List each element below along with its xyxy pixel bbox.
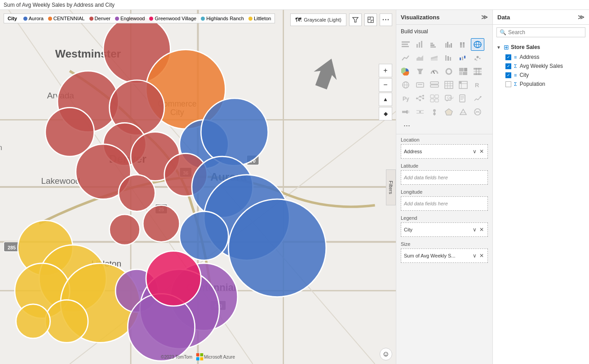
search-input[interactable] [508,29,582,36]
svg-rect-80 [430,44,434,46]
avg-weekly-sales-checkbox[interactable]: ✓ [505,63,511,69]
grayscale-style-button[interactable]: 🗺 Grayscale (Light) [290,13,346,26]
location-field-box[interactable]: Address ∨ ✕ [401,144,488,159]
svg-marker-93 [416,55,423,61]
shape-map-icon[interactable] [442,106,456,118]
filters-tab[interactable]: Filters [386,169,396,205]
svg-point-138 [419,99,421,101]
longitude-field-box[interactable]: Add data fields here [401,196,488,211]
size-expand-btn[interactable]: ∨ [472,252,478,259]
data-search-box[interactable]: 🔍 [496,27,585,37]
legend-dot-centennial [48,17,52,21]
clustered-bar-icon[interactable] [428,38,441,51]
zoom-extent-button[interactable]: ▲ [379,93,392,106]
map-chart-icon[interactable] [471,38,484,51]
location-well: Location Address ∨ ✕ [396,134,492,160]
paginated-icon[interactable] [456,92,470,105]
waterfall-icon[interactable] [456,52,470,64]
avg-weekly-sales-label: Avg Weekly Sales [520,63,563,69]
svg-text:Q&A: Q&A [447,96,453,100]
legend-expand-btn[interactable]: ∨ [472,226,478,233]
legend-remove-btn[interactable]: ✕ [478,226,485,233]
legend-field-box[interactable]: City ∨ ✕ [401,222,488,237]
multi-row-card-icon[interactable] [428,79,441,91]
stacked-bar-icon[interactable] [399,38,412,51]
gauge-icon[interactable] [428,65,441,78]
multi-card-icon[interactable] [428,92,441,105]
svg-rect-111 [459,72,462,75]
matrix2-icon[interactable] [456,79,470,91]
kpi-icon[interactable] [471,92,484,105]
svg-text:Arvada: Arvada [47,91,75,100]
stacked-column-icon[interactable] [456,38,470,51]
more-options-button[interactable]: ··· [380,13,392,26]
data-pane-expand-icon[interactable]: ≫ [578,13,585,21]
population-checkbox[interactable] [505,81,511,87]
line-chart-icon[interactable] [399,52,412,64]
filter-icon-button[interactable] [349,13,362,26]
viz-row-3 [399,65,490,78]
area-chart-icon[interactable] [413,52,427,64]
bullet-chart-icon[interactable] [399,106,412,118]
zoom-in-button[interactable]: + [379,64,392,77]
size-remove-btn[interactable]: ✕ [478,252,485,259]
main-layout: 25 36 70 285 470 Westminster Arvada Denv… [0,10,589,364]
zoom-out-button[interactable]: − [379,78,392,92]
svg-text:Golden: Golden [0,143,2,151]
decomp-tree-icon[interactable] [413,92,427,105]
matrix-icon[interactable] [471,65,484,78]
funnel-icon[interactable] [413,65,427,78]
compass-button[interactable]: ◆ [379,107,392,120]
address-checkbox[interactable]: ✓ [505,54,511,60]
size-label: Size [401,241,488,247]
viz-more-button[interactable]: ··· [399,119,490,132]
viz-pane-header: Visualizations ≫ [396,10,492,25]
scatter-chart-icon[interactable] [471,52,484,64]
svg-point-163 [433,109,436,112]
map-copyright: ©2023 TomTom Microsoft Azure [161,353,235,360]
ribbon-chart-icon[interactable] [442,52,456,64]
latitude-field-box[interactable]: Add data fields here [401,170,488,185]
viz-row-1 [399,38,490,51]
chord-icon[interactable] [471,106,484,118]
visualizations-pane: Visualizations ≫ Build visual [396,10,493,364]
location-expand-btn[interactable]: ∨ [472,148,478,155]
bar-chart-icon[interactable] [413,38,427,51]
r-visual-icon[interactable]: R [471,79,484,91]
viz-type-selector: R Py Q&A [396,36,492,134]
svg-rect-114 [474,71,482,72]
legend-item-denver: Denver [89,16,111,21]
filled-map-icon[interactable] [428,106,441,118]
donut-icon[interactable] [442,65,456,78]
feedback-button[interactable]: ☺ [380,348,392,360]
treemap-icon[interactable] [456,65,470,78]
card-icon[interactable] [413,79,427,91]
legend-actions: ∨ ✕ [472,226,485,233]
azure-map-icon[interactable] [456,106,470,118]
location-remove-btn[interactable]: ✕ [478,148,485,155]
smart-narrative-icon[interactable] [413,106,427,118]
svg-rect-84 [449,44,450,48]
store-sales-header[interactable]: ▼ ⊞ Store Sales [493,42,589,53]
size-field-box[interactable]: Sum of Avg Weekly S... ∨ ✕ [401,249,488,263]
stacked-area-icon[interactable] [428,52,441,64]
clustered-column-icon[interactable] [442,38,456,51]
svg-text:Commerce: Commerce [158,99,197,108]
table-icon[interactable] [442,79,456,91]
field-city[interactable]: ✓ ≡ City [493,71,589,80]
pie-chart-icon[interactable] [399,65,412,78]
svg-text:Denver: Denver [109,153,146,165]
globe-icon[interactable] [399,79,412,91]
python-icon[interactable]: Py [399,92,412,105]
field-avg-weekly-sales[interactable]: ✓ Σ Avg Weekly Sales [493,62,589,71]
field-address[interactable]: ✓ ≡ Address [493,53,589,62]
svg-rect-152 [460,95,465,102]
svg-rect-76 [416,44,418,48]
field-population[interactable]: Σ Population [493,80,589,89]
viz-pane-expand-icon[interactable]: ≫ [481,13,488,21]
address-field-icon: ≡ [514,54,517,60]
city-checkbox[interactable]: ✓ [505,72,511,78]
svg-text:Westminster: Westminster [55,48,121,60]
qa-icon[interactable]: Q&A [442,92,456,105]
expand-icon-button[interactable] [364,13,377,26]
